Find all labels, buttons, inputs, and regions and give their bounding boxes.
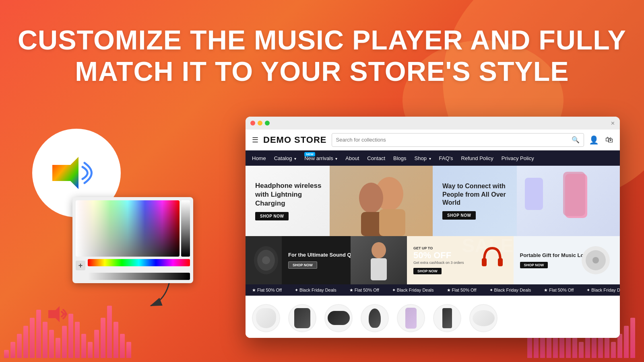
eq-bar <box>75 322 80 358</box>
store-title: DEMO STORE <box>263 135 327 145</box>
product-speaker-image <box>433 304 461 332</box>
color-picker-controls: + <box>76 259 190 270</box>
product-mouse[interactable] <box>361 304 389 332</box>
window-maximize-button[interactable] <box>265 121 270 125</box>
product-airpods[interactable] <box>252 304 280 332</box>
brightness-slider[interactable] <box>181 200 190 257</box>
eq-bar <box>36 310 41 358</box>
vr-shape <box>328 311 350 325</box>
eq-bar <box>120 334 125 358</box>
add-color-button[interactable]: + <box>76 261 85 270</box>
svg-rect-17 <box>498 258 503 266</box>
account-icon[interactable]: 👤 <box>589 135 599 145</box>
ticker-item: ★ Flat 50% Off <box>246 288 288 293</box>
product-phone-image <box>397 304 425 332</box>
svg-point-14 <box>372 242 386 258</box>
speaker-icon <box>52 155 101 191</box>
banner1-cta[interactable]: SHOP NOW <box>288 261 317 269</box>
svg-rect-15 <box>371 258 387 280</box>
mouse-shape <box>369 309 381 328</box>
banner2-image <box>471 236 514 284</box>
product-watch[interactable] <box>288 304 316 332</box>
eq-bar <box>49 330 54 358</box>
speaker-svg <box>52 155 105 191</box>
eq-bar <box>17 334 22 358</box>
search-input[interactable] <box>336 137 569 143</box>
nav-catalog[interactable]: Catalog ▾ <box>274 155 296 161</box>
nav-blogs[interactable]: Blogs <box>393 155 407 161</box>
color-gradient-area[interactable] <box>76 200 180 257</box>
nav-refund[interactable]: Refund Policy <box>461 155 493 161</box>
product-airpods-image <box>252 304 280 332</box>
eq-bar <box>107 306 112 358</box>
sound-icon-bottom <box>48 306 68 326</box>
svg-point-3 <box>64 313 67 316</box>
product-vr-image <box>324 304 353 332</box>
hero-people-image <box>330 166 433 236</box>
opacity-slider[interactable] <box>88 273 190 280</box>
eq-bar <box>114 322 118 358</box>
browser-titlebar: ✕ <box>246 117 620 130</box>
banners-row: For the Ultimate Sound Quality. SHOP NOW… <box>246 236 620 284</box>
window-close-button[interactable] <box>250 121 255 125</box>
ticker-content: ★ Flat 50% Off✦ Black Friday Deals★ Flat… <box>246 288 620 293</box>
banner3-cta[interactable]: SHOP NOW <box>520 262 548 268</box>
eq-bar <box>4 350 9 358</box>
headline-text: CUSTOMIZE THE MUSIC PLAYER AND FULLY MAT… <box>0 24 644 87</box>
watch-shape <box>294 308 310 328</box>
nav-new-arrivals[interactable]: New arrivals ▾ NEW <box>304 155 337 161</box>
eq-bar <box>56 338 60 358</box>
eq-bar <box>43 322 47 358</box>
search-bar[interactable]: 🔍 <box>332 133 584 147</box>
hero-phones-image <box>517 166 620 236</box>
product-phone[interactable] <box>397 304 425 332</box>
product-robot[interactable] <box>469 304 497 332</box>
svg-point-20 <box>592 257 599 263</box>
nav-catalog-arrow: ▾ <box>294 156 296 161</box>
hamburger-menu-icon[interactable]: ☰ <box>252 136 258 144</box>
ticker-item: ✦ Black Friday Deals <box>386 288 440 293</box>
color-picker-main-row <box>76 200 190 257</box>
svg-marker-0 <box>52 157 78 189</box>
nav-home[interactable]: Home <box>252 155 266 161</box>
hero-left-cta[interactable]: SHOP NOW <box>255 212 289 220</box>
hero-section: Headphone wireless with Lightning Chargi… <box>246 166 620 236</box>
svg-rect-10 <box>525 178 543 210</box>
nav-shop-label: Shop <box>415 155 427 161</box>
titlebar-close-icon[interactable]: ✕ <box>611 120 615 126</box>
svg-rect-7 <box>379 209 405 236</box>
svg-point-13 <box>262 256 270 264</box>
eq-bar <box>94 330 99 358</box>
headline-line1: CUSTOMIZE THE MUSIC PLAYER AND FULLY <box>18 25 626 55</box>
nav-faqs[interactable]: FAQ's <box>439 155 453 161</box>
store-header: ☰ DEMO STORE 🔍 👤 🛍 <box>246 130 620 150</box>
nav-new-arrivals-arrow: ▾ <box>335 156 337 161</box>
eq-bar <box>23 326 28 358</box>
hue-slider[interactable] <box>88 259 190 266</box>
robot-vacuum-svg <box>580 244 612 276</box>
color-picker-popup[interactable]: + <box>72 197 193 283</box>
browser-window: ✕ ☰ DEMO STORE 🔍 👤 🛍 Home Catalog ▾ New … <box>246 117 620 338</box>
headline-section: CUSTOMIZE THE MUSIC PLAYER AND FULLY MAT… <box>0 24 644 87</box>
svg-marker-2 <box>48 306 60 322</box>
banner-gift: Portable Gift for Music Lovers. SHOP NOW <box>514 236 620 284</box>
eq-bar <box>126 342 131 358</box>
airpods-shape <box>256 308 276 328</box>
banner2-cta[interactable]: SHOP NOW <box>413 268 442 274</box>
navigation-bar: Home Catalog ▾ New arrivals ▾ NEW About … <box>246 150 620 166</box>
cart-icon[interactable]: 🛍 <box>605 135 613 144</box>
product-vr[interactable] <box>324 304 353 332</box>
eq-bar <box>62 326 67 358</box>
hero-right-cta[interactable]: SHOP NOW <box>442 211 476 220</box>
nav-privacy[interactable]: Privacy Policy <box>502 155 534 161</box>
eq-bar <box>624 326 629 358</box>
nav-about[interactable]: About <box>345 155 359 161</box>
eq-bars-left <box>0 282 141 362</box>
nav-contact[interactable]: Contact <box>367 155 385 161</box>
new-badge: NEW <box>304 152 315 156</box>
banner-sale: GET UP TO 50% OFF Get extra cashback on … <box>407 236 514 284</box>
eq-bar <box>10 342 15 358</box>
window-minimize-button[interactable] <box>258 121 262 125</box>
nav-shop[interactable]: Shop ▾ <box>415 155 431 161</box>
product-speaker[interactable] <box>433 304 461 332</box>
